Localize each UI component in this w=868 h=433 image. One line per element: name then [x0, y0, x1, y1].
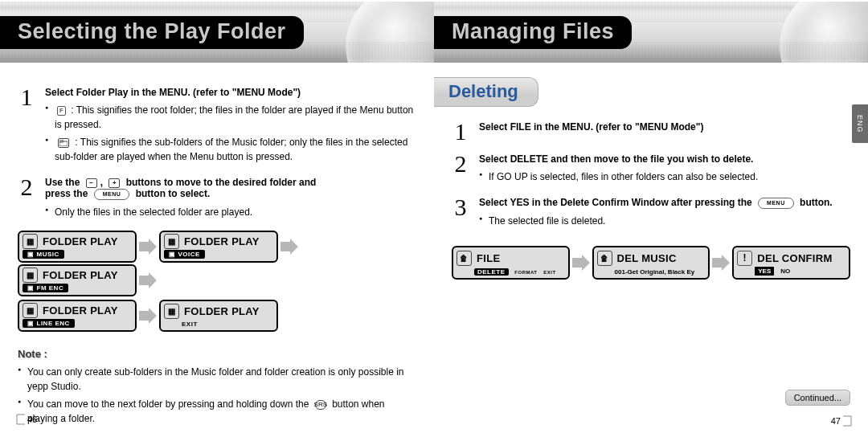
- svg-marker-2: [139, 239, 157, 255]
- panel-line-enc: ▦FOLDER PLAY ▣ LINE ENC: [18, 300, 137, 332]
- page-number-right: 47: [831, 415, 852, 427]
- step-number: 1: [452, 120, 469, 144]
- trash-icon: 🗑: [457, 251, 472, 266]
- arrow-icon: [138, 264, 158, 296]
- step2-detail: Only the files in the selected folder ar…: [45, 205, 416, 219]
- content-right: 1 Select FILE in the MENU. (refer to "ME…: [434, 107, 868, 280]
- panel-tag: ▣ LINE ENC: [23, 319, 75, 328]
- step1-detail-root: F : This signifies the root folder; the …: [45, 103, 416, 132]
- step-2: 2 Use the −, + buttons to move to the de…: [18, 175, 416, 223]
- menu-button-icon: MENU: [94, 189, 130, 200]
- root-folder-icon: F: [57, 106, 66, 116]
- page-right: Managing Files ENG Deleting 1 Select FIL…: [434, 0, 868, 433]
- svg-marker-3: [280, 239, 298, 255]
- yes-option: YES: [755, 267, 774, 276]
- folder-icon: ▦: [164, 234, 179, 249]
- alert-icon: !: [737, 251, 752, 266]
- arrow-icon: [138, 300, 158, 332]
- lang-tab: ENG: [852, 104, 868, 143]
- panel-tag: DELETE: [474, 268, 509, 276]
- folder-icon: ▦: [23, 234, 38, 249]
- arrow-icon: [138, 231, 158, 263]
- step-number: 1: [18, 85, 35, 167]
- decorative-orb: [780, 2, 868, 63]
- panel-fm-enc: ▦FOLDER PLAY ▣ FM ENC: [18, 264, 137, 296]
- folder-icon: ▦: [164, 304, 179, 319]
- sub-folder-icon: [58, 138, 69, 148]
- trash-icon: 🗑: [597, 251, 612, 266]
- arrow-icon: [571, 247, 591, 279]
- step2-head: Use the −, + buttons to move to the desi…: [45, 177, 416, 200]
- panel-file: 🗑FILE DELETE FORMAT EXIT: [452, 246, 570, 280]
- rstep2-head: Select DELETE and then move to the file …: [479, 153, 850, 165]
- step-1: 1 Select Folder Play in the MENU. (refer…: [18, 85, 416, 167]
- rstep-1: 1 Select FILE in the MENU. (refer to "ME…: [452, 120, 850, 144]
- page-left: Selecting the Play Folder 1 Select Folde…: [0, 0, 434, 433]
- banner-left: Selecting the Play Folder: [0, 2, 434, 63]
- file-panels: 🗑FILE DELETE FORMAT EXIT 🗑DEL MUSIC 001-…: [452, 246, 850, 280]
- folder-play-panels: ▦FOLDER PLAY ▣ MUSIC ▦FOLDER PLAY ▣ VOIC…: [18, 231, 416, 332]
- panel-music: ▦FOLDER PLAY ▣ MUSIC: [18, 231, 137, 263]
- svg-marker-6: [572, 255, 590, 271]
- srs-icon: SRS: [315, 400, 326, 410]
- rstep-2: 2 Select DELETE and then move to the fil…: [452, 152, 850, 187]
- svg-marker-5: [139, 308, 157, 324]
- rstep3-head: Select YES in the Delete Confirm Window …: [479, 197, 850, 209]
- folder-icon: ▦: [23, 303, 38, 318]
- panel-detail: 001-Get Original, Black Ey: [597, 268, 706, 276]
- content-left: 1 Select Folder Play in the MENU. (refer…: [0, 63, 434, 426]
- step1-detail-sub: : This signifies the sub-folders of the …: [45, 135, 416, 164]
- note-item: You can move to the next folder by press…: [18, 397, 416, 426]
- panel-exit: ▦FOLDER PLAY EXIT: [159, 300, 278, 332]
- rstep-3: 3 Select YES in the Delete Confirm Windo…: [452, 195, 850, 231]
- rstep1-head: Select FILE in the MENU. (refer to "MENU…: [479, 121, 850, 133]
- step-number: 2: [452, 152, 469, 187]
- menu-button-icon: MENU: [758, 198, 794, 209]
- continued-badge: Continued...: [785, 390, 850, 406]
- panel-del-music: 🗑DEL MUSIC 001-Get Original, Black Ey: [592, 246, 710, 280]
- note-item: You can only create sub-folders in the M…: [18, 365, 416, 394]
- decorative-orb: [346, 2, 434, 63]
- arrow-icon: [280, 231, 299, 263]
- page-title-right: Managing Files: [434, 16, 632, 49]
- note-list: You can only create sub-folders in the M…: [18, 365, 416, 426]
- step-number: 2: [18, 175, 35, 223]
- svg-marker-7: [712, 255, 730, 271]
- panel-tag: ▣ FM ENC: [23, 284, 68, 292]
- step1-head: Select Folder Play in the MENU. (refer t…: [45, 87, 416, 98]
- rstep3-detail: The selected file is deleted.: [479, 214, 850, 228]
- note-heading: Note :: [18, 348, 416, 360]
- arrow-icon: [711, 247, 731, 279]
- panel-voice: ▦FOLDER PLAY ▣ VOICE: [159, 231, 278, 263]
- rstep2-detail: If GO UP is selected, files in other fol…: [479, 170, 850, 184]
- page-title-left: Selecting the Play Folder: [0, 16, 304, 49]
- step-number: 3: [452, 195, 469, 231]
- section-deleting: Deleting: [434, 77, 538, 107]
- panel-tag: ▣ VOICE: [164, 250, 205, 259]
- folder-icon: ▦: [23, 268, 38, 283]
- panel-tag: ▣ MUSIC: [23, 250, 64, 259]
- svg-marker-4: [139, 272, 157, 288]
- page-number-left: 46: [16, 414, 37, 427]
- minus-icon: −: [86, 178, 97, 188]
- panel-tag: FORMAT: [514, 270, 537, 275]
- panel-tag: EXIT: [182, 321, 198, 328]
- banner-right: Managing Files: [434, 2, 868, 63]
- panel-tag: EXIT: [543, 270, 555, 275]
- no-option: NO: [780, 268, 790, 275]
- plus-icon: +: [108, 178, 120, 188]
- panel-del-confirm: !DEL CONFIRM YES NO: [732, 246, 850, 280]
